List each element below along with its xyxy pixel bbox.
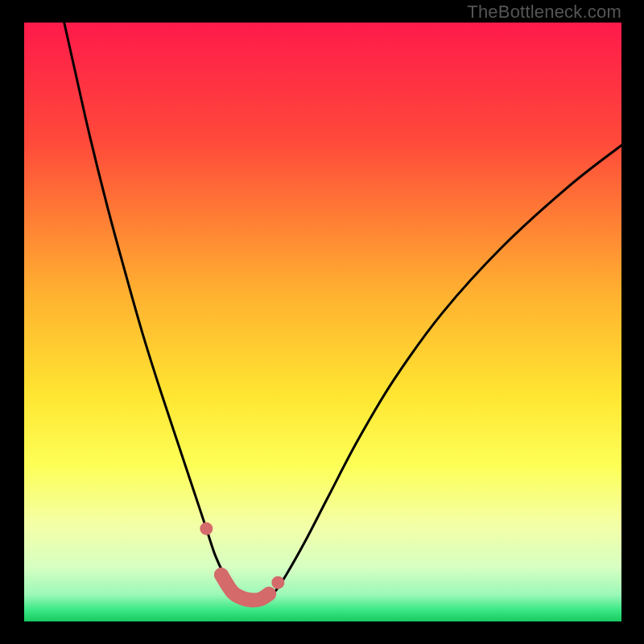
valley-marker-start-dot bbox=[200, 522, 213, 535]
curve-svg bbox=[24, 23, 621, 621]
watermark-text: TheBottleneck.com bbox=[467, 2, 621, 23]
valley-marker-segment bbox=[221, 575, 269, 601]
plot-area bbox=[24, 23, 621, 621]
valley-marker-end-dot bbox=[271, 576, 284, 589]
canvas: TheBottleneck.com bbox=[0, 0, 644, 644]
bottleneck-curve bbox=[64, 23, 621, 601]
